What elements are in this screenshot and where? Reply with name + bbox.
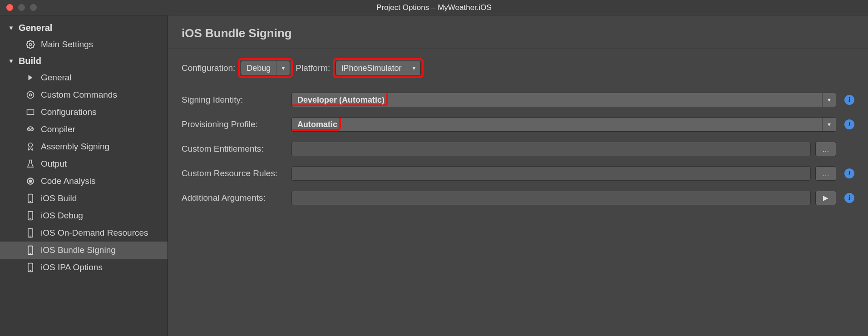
configuration-label: Configuration: [182, 63, 235, 73]
sidebar-item-configurations[interactable]: Configurations [0, 104, 168, 121]
platform-dropdown[interactable]: iPhoneSimulator ▼ [335, 61, 421, 75]
custom-entitlements-label: Custom Entitlements: [182, 144, 291, 154]
sidebar-item-label: General [41, 73, 72, 83]
svg-point-0 [30, 44, 32, 46]
page-title: iOS Bundle Signing [182, 26, 854, 40]
sidebar-item-label: Code Analysis [41, 176, 95, 186]
browse-entitlements-button[interactable]: … [815, 142, 836, 156]
content-header: iOS Bundle Signing [168, 15, 868, 49]
sidebar-item-label: iOS Build [41, 193, 77, 203]
traffic-lights [6, 4, 37, 11]
target-icon [25, 176, 35, 186]
sidebar-item-label: Main Settings [41, 40, 93, 49]
chevron-down-icon: ▼ [8, 58, 14, 64]
custom-resource-rules-input[interactable] [291, 166, 811, 181]
signing-identity-label: Signing Identity: [182, 95, 291, 105]
svg-rect-3 [27, 110, 34, 115]
provisioning-profile-label: Provisioning Profile: [182, 119, 291, 129]
phone-icon [25, 193, 35, 203]
chevron-down-icon: ▼ [276, 61, 290, 75]
custom-resource-rules-label: Custom Resource Rules: [182, 168, 291, 178]
svg-point-2 [27, 92, 34, 99]
sidebar-section-build[interactable]: ▼ Build [0, 53, 168, 69]
custom-entitlements-input[interactable] [291, 142, 811, 156]
sidebar-item-label: Assembly Signing [41, 142, 109, 152]
sidebar-item-build-general[interactable]: General [0, 69, 168, 86]
sidebar-item-assembly-signing[interactable]: Assembly Signing [0, 138, 168, 155]
svg-point-5 [31, 128, 33, 131]
sidebar-item-compiler[interactable]: Compiler [0, 121, 168, 138]
minimize-window-button[interactable] [18, 4, 25, 11]
sidebar-item-label: Output [41, 159, 67, 169]
sidebar-item-label: Compiler [41, 124, 75, 134]
additional-arguments-input[interactable] [291, 191, 811, 205]
gear-icon [25, 90, 35, 100]
platform-label: Platform: [296, 63, 330, 73]
chevron-down-icon: ▼ [8, 25, 14, 31]
phone-icon [25, 211, 35, 221]
info-icon[interactable]: i [844, 95, 854, 105]
content-pane: iOS Bundle Signing Configuration: Debug … [168, 15, 868, 336]
additional-arguments-label: Additional Arguments: [182, 193, 291, 203]
svg-point-1 [30, 94, 32, 96]
platform-value: iPhoneSimulator [336, 61, 407, 75]
sidebar-item-label: iOS Bundle Signing [41, 245, 116, 255]
sidebar-item-label: Custom Commands [41, 90, 117, 100]
svg-point-6 [29, 143, 33, 147]
sidebar-item-custom-commands[interactable]: Custom Commands [0, 86, 168, 104]
play-icon [25, 73, 35, 83]
section-label: Build [19, 56, 41, 66]
configuration-dropdown[interactable]: Debug ▼ [241, 61, 290, 75]
rect-icon [25, 107, 35, 117]
titlebar: Project Options – MyWeather.iOS [0, 0, 868, 15]
configuration-value: Debug [241, 61, 276, 75]
phone-icon [25, 245, 35, 255]
flask-icon [25, 159, 35, 169]
svg-point-4 [28, 128, 30, 131]
provisioning-profile-value: Automatic Automatic [292, 118, 822, 131]
zoom-window-button[interactable] [30, 4, 37, 11]
chevron-down-icon: ▼ [407, 61, 420, 75]
sidebar-item-label: iOS On-Demand Resources [41, 228, 148, 238]
sidebar-item-label: iOS IPA Options [41, 262, 103, 272]
ribbon-icon [25, 142, 35, 152]
sidebar-section-general[interactable]: ▼ General [0, 20, 168, 36]
sidebar-item-ios-build[interactable]: iOS Build [0, 190, 168, 207]
info-icon[interactable]: i [844, 193, 854, 203]
sidebar-item-ios-on-demand-resources[interactable]: iOS On-Demand Resources [0, 224, 168, 242]
browse-resource-rules-button[interactable]: … [815, 166, 836, 181]
sidebar-item-label: iOS Debug [41, 211, 83, 221]
window-title: Project Options – MyWeather.iOS [0, 3, 868, 12]
svg-point-8 [30, 180, 32, 183]
run-arguments-button[interactable]: ▶ [815, 191, 836, 205]
section-label: General [19, 23, 52, 33]
sidebar-item-ios-debug[interactable]: iOS Debug [0, 207, 168, 224]
robot-icon [25, 124, 35, 134]
chevron-down-icon: ▼ [822, 93, 836, 107]
info-icon[interactable]: i [844, 119, 854, 129]
sidebar: ▼ General Main Settings ▼ Build General … [0, 15, 168, 336]
signing-identity-dropdown[interactable]: Developer (Automatic) Developer (Automat… [291, 93, 836, 107]
sidebar-item-label: Configurations [41, 107, 97, 117]
phone-icon [25, 228, 35, 238]
sidebar-item-ios-bundle-signing[interactable]: iOS Bundle Signing [0, 242, 168, 259]
phone-icon [25, 262, 35, 272]
gear-icon [25, 40, 35, 49]
provisioning-profile-dropdown[interactable]: Automatic Automatic ▼ [291, 117, 836, 132]
chevron-down-icon: ▼ [822, 118, 836, 131]
sidebar-item-main-settings[interactable]: Main Settings [0, 36, 168, 53]
signing-identity-value: Developer (Automatic) Developer (Automat… [292, 93, 822, 107]
info-icon[interactable]: i [844, 168, 854, 178]
sidebar-item-output[interactable]: Output [0, 155, 168, 173]
close-window-button[interactable] [6, 4, 13, 11]
sidebar-item-code-analysis[interactable]: Code Analysis [0, 173, 168, 190]
sidebar-item-ios-ipa-options[interactable]: iOS IPA Options [0, 259, 168, 276]
